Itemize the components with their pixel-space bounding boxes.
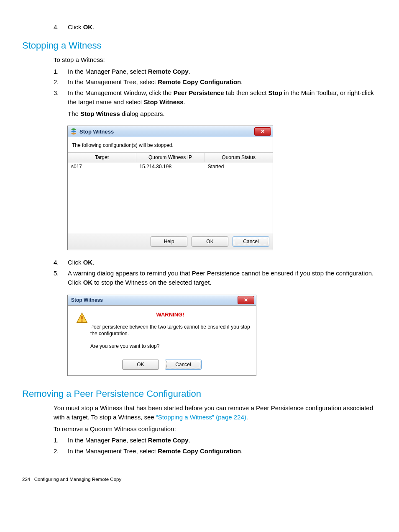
close-button[interactable]: ✕ — [238, 296, 254, 304]
text: In the Management Tree, select — [68, 78, 158, 85]
text: . — [188, 68, 190, 75]
text-bold: Remote Copy — [148, 437, 189, 444]
section-body: To stop a Witness: 1. In the Manager Pan… — [54, 55, 377, 118]
dialog-content: WARNING! Peer persistence between the tw… — [68, 306, 256, 358]
text-bold: Remote Copy Configuration — [158, 78, 241, 85]
dialog-titlebar[interactable]: Stop Witness ✕ — [68, 126, 273, 137]
dialog-body: WARNING! Peer persistence between the tw… — [90, 311, 250, 356]
cancel-button[interactable]: Cancel — [233, 236, 269, 247]
column-header-status[interactable]: Quorum Status — [205, 153, 273, 162]
text-bold: OK — [83, 279, 93, 286]
warning-message-1: Peer persistence between the two targets… — [90, 324, 250, 337]
list-item: 5. A warning dialog appears to remind yo… — [54, 269, 377, 287]
column-header-target[interactable]: Target — [68, 153, 136, 162]
paragraph: You must stop a Witness that has been st… — [54, 403, 377, 422]
dialog-footer: OK Cancel — [68, 358, 256, 375]
ok-button[interactable]: OK — [122, 360, 159, 370]
list-item: 1. In the Manager Pane, select Remote Co… — [54, 436, 377, 445]
close-button[interactable]: ✕ — [254, 127, 271, 136]
list-item: 2. In the Management Tree, select Remote… — [54, 77, 377, 87]
list-item: 4. Click OK. — [54, 258, 377, 267]
list-number: 3. — [54, 88, 68, 118]
text: . — [184, 98, 185, 105]
svg-point-2 — [81, 320, 83, 322]
list-number: 4. — [54, 23, 68, 32]
cross-reference-link[interactable]: “Stopping a Witness” (page 224) — [156, 414, 246, 421]
text: The — [68, 110, 80, 117]
svg-rect-1 — [81, 316, 82, 319]
list-number: 4. — [54, 258, 68, 267]
list-item: 2. In the Management Tree, select Remote… — [54, 447, 377, 456]
text: In the Manager Pane, select — [68, 437, 148, 444]
text-bold: OK — [83, 23, 93, 31]
cancel-button[interactable]: Cancel — [165, 360, 202, 370]
text-bold: Stop — [268, 89, 282, 96]
text: tab then select — [224, 89, 269, 96]
text: . — [246, 414, 248, 421]
help-button[interactable]: Help — [151, 236, 187, 247]
text: . — [92, 259, 94, 266]
warning-message-2: Are you sure you want to stop? — [90, 343, 250, 350]
text: In the Management Window, click the — [68, 89, 174, 96]
table-row[interactable]: s017 15.214.30.198 Started — [68, 162, 273, 171]
column-header-ip[interactable]: Quorum Witness IP — [136, 153, 205, 162]
list-number: 2. — [54, 447, 68, 456]
intro-text: To remove a Quorum Witness configuration… — [54, 424, 377, 434]
list-number: 5. — [54, 269, 68, 287]
intro-text: To stop a Witness: — [54, 55, 377, 64]
text-bold: Stop Witness — [80, 110, 120, 117]
warning-heading: WARNING! — [90, 311, 250, 318]
text: In the Manager Pane, select — [68, 68, 148, 75]
text: dialog appears. — [120, 110, 165, 117]
section-heading: Removing a Peer Persistence Configuratio… — [22, 388, 377, 399]
section-heading: Stopping a Witness — [22, 40, 377, 51]
text: . — [241, 447, 243, 455]
dialog-footer: Help OK Cancel — [68, 233, 273, 250]
table-header: Target Quorum Witness IP Quorum Status — [68, 152, 273, 162]
text-bold: Stop Witness — [144, 98, 184, 105]
warning-icon — [74, 311, 90, 356]
dialog-titlebar[interactable]: Stop Witness ✕ — [68, 295, 256, 306]
table-body: s017 15.214.30.198 Started — [68, 162, 273, 233]
cell-target: s017 — [68, 164, 136, 170]
close-icon: ✕ — [244, 298, 248, 303]
dialog-message: The following configuration(s) will be s… — [68, 137, 273, 152]
stop-witness-warning-dialog: Stop Witness ✕ WARNING! Peer persistence… — [67, 295, 256, 376]
list-item: 4. Click OK. — [54, 23, 377, 32]
page-number: 224 — [22, 477, 30, 482]
chapter-title: Configuring and Managing Remote Copy — [34, 477, 121, 482]
stop-witness-dialog: Stop Witness ✕ The following configurati… — [67, 126, 273, 250]
text-bold: Peer Persistence — [174, 89, 224, 96]
section-body: You must stop a Witness that has been st… — [54, 403, 377, 456]
dialog-title: Stop Witness — [71, 297, 238, 303]
list-item: 3. In the Management Window, click the P… — [54, 88, 377, 118]
text: . — [92, 23, 94, 31]
list-number: 1. — [54, 436, 68, 445]
cell-ip: 15.214.30.198 — [136, 164, 204, 170]
text: . — [188, 437, 190, 444]
text-bold: OK — [83, 259, 93, 266]
step-list-after-dialog: 4. Click OK. 5. A warning dialog appears… — [54, 258, 377, 287]
text-bold: Remote Copy Configuration — [158, 447, 241, 455]
text: to stop the Witness on the selected targ… — [92, 279, 211, 286]
ok-button[interactable]: OK — [192, 236, 228, 247]
text: Click — [68, 259, 83, 266]
list-item: 1. In the Manager Pane, select Remote Co… — [54, 67, 377, 76]
cell-status: Started — [205, 164, 273, 170]
app-icon — [70, 128, 77, 135]
list-number: 2. — [54, 77, 68, 87]
close-icon: ✕ — [261, 129, 265, 134]
text: . — [241, 78, 243, 85]
page-footer: 224 Configuring and Managing Remote Copy — [22, 477, 377, 482]
text-bold: Remote Copy — [148, 68, 189, 75]
text: In the Management Tree, select — [68, 447, 158, 455]
list-body: Click OK. — [68, 23, 377, 32]
dialog-title: Stop Witness — [79, 129, 254, 135]
list-number: 1. — [54, 67, 68, 76]
step-list-top: 4. Click OK. — [54, 23, 377, 32]
text: Click — [68, 23, 83, 31]
